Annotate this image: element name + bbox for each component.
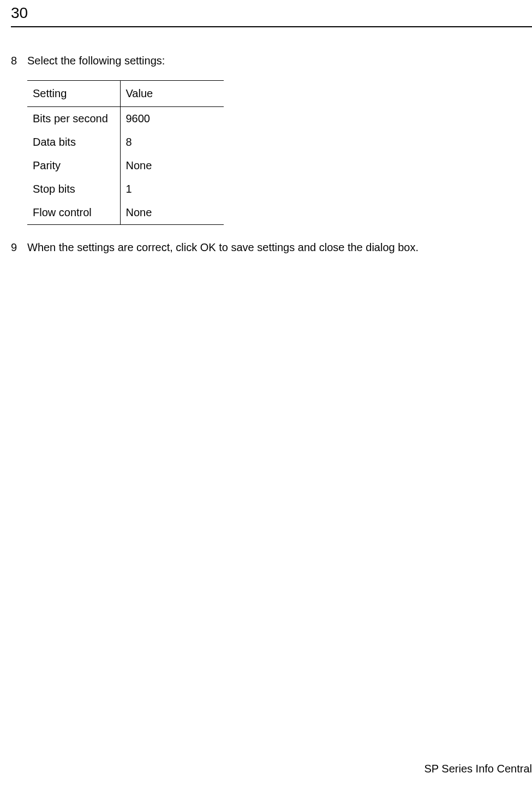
page: 30 8 Select the following settings: Sett… [0, 0, 532, 785]
table-header-setting: Setting [27, 81, 120, 107]
table-cell-setting: Bits per second [27, 107, 120, 131]
step-text: When the settings are correct, click OK … [27, 240, 521, 255]
table-cell-value: None [120, 201, 224, 225]
table-cell-setting: Stop bits [27, 177, 120, 201]
table-header-value: Value [120, 81, 224, 107]
page-number: 30 [11, 4, 28, 22]
step-8: 8 Select the following settings: [11, 53, 521, 68]
table-row: Flow control None [27, 201, 224, 225]
step-number: 8 [11, 53, 27, 68]
table-cell-value: 8 [120, 130, 224, 154]
settings-table: Setting Value Bits per second 9600 Data … [27, 80, 224, 225]
table-header-row: Setting Value [27, 81, 224, 107]
table-cell-setting: Parity [27, 154, 120, 177]
table-row: Parity None [27, 154, 224, 177]
table-cell-setting: Flow control [27, 201, 120, 225]
step-9: 9 When the settings are correct, click O… [11, 240, 521, 255]
footer-text: SP Series Info Central [424, 763, 532, 775]
table-cell-setting: Data bits [27, 130, 120, 154]
step-text: Select the following settings: [27, 53, 521, 68]
table-row: Bits per second 9600 [27, 107, 224, 131]
content-area: 8 Select the following settings: Setting… [11, 53, 521, 267]
step-number: 9 [11, 240, 27, 255]
header-rule [11, 26, 532, 27]
table-cell-value: 1 [120, 177, 224, 201]
table-cell-value: 9600 [120, 107, 224, 131]
table-row: Stop bits 1 [27, 177, 224, 201]
settings-table-wrap: Setting Value Bits per second 9600 Data … [27, 80, 521, 225]
table-cell-value: None [120, 154, 224, 177]
table-row: Data bits 8 [27, 130, 224, 154]
